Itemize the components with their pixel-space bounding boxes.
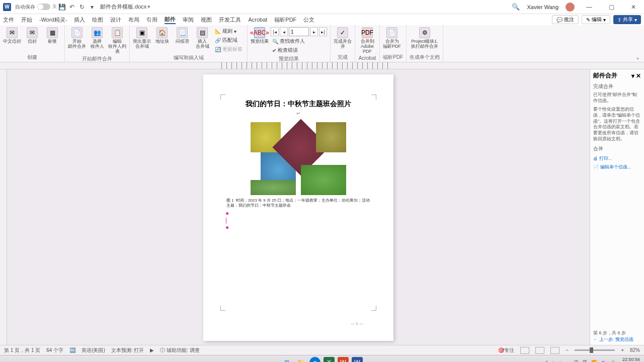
- prev-record-button[interactable]: ◂: [280, 27, 288, 36]
- editing-button[interactable]: ✎编辑▾: [582, 15, 610, 24]
- horizontal-ruler[interactable]: [0, 62, 644, 69]
- tab-official[interactable]: 公文: [303, 16, 314, 24]
- first-record-button[interactable]: |◂: [271, 27, 279, 36]
- envelope-button[interactable]: ✉信封: [23, 27, 41, 44]
- tray-app2-icon[interactable]: ●: [559, 360, 561, 363]
- next-record-button[interactable]: ▸: [310, 27, 318, 36]
- start-button[interactable]: ⊞: [281, 357, 292, 363]
- wps-icon[interactable]: W: [338, 357, 349, 363]
- tab-file[interactable]: 文件: [3, 16, 14, 24]
- rules-button[interactable]: 📐规则▾: [213, 27, 244, 35]
- word-taskbar-icon[interactable]: W: [352, 357, 363, 363]
- document-heading[interactable]: 我们的节日：中秋节主题班会照片: [225, 100, 371, 109]
- clock[interactable]: 22:50:562023/9/27: [620, 357, 640, 362]
- address-block-button[interactable]: 🏠地址块: [153, 27, 171, 44]
- minimize-button[interactable]: —: [582, 4, 597, 11]
- user-name[interactable]: Xavier Wang: [527, 4, 558, 10]
- print-link[interactable]: 🖨打印...: [593, 155, 641, 162]
- chinese-envelope-button[interactable]: ✉中文信封: [3, 27, 21, 44]
- ime-mode[interactable]: 中: [574, 359, 579, 362]
- tab-references[interactable]: 引用: [146, 16, 157, 24]
- search-icon[interactable]: 🔍: [512, 3, 520, 11]
- zoom-out-button[interactable]: −: [566, 347, 569, 353]
- highlight-fields-button[interactable]: ▣突出显示 合并域: [133, 27, 151, 49]
- find-recipient-button[interactable]: 🔍查找收件人: [271, 37, 327, 45]
- battery-icon[interactable]: 🔋: [610, 360, 616, 363]
- finish-merge-button[interactable]: ✓完成并合并: [334, 27, 352, 49]
- save-icon[interactable]: 💾: [57, 4, 67, 11]
- image-caption[interactable]: 图 1 时间：2023 年 9 月 25 日；地点：一年级教室；主办单位：伯伦希…: [225, 198, 371, 209]
- merge-to-foxit-button[interactable]: 📄合并为 福昕PDF: [383, 27, 401, 49]
- tab-developer[interactable]: 开发工具: [219, 16, 241, 24]
- inserted-image[interactable]: [251, 122, 346, 195]
- ime-type[interactable]: 拼: [583, 359, 587, 362]
- previous-step-link[interactable]: ← 上一步: 预览信函: [593, 336, 641, 343]
- tab-home[interactable]: 开始: [21, 16, 32, 24]
- tab-mailings[interactable]: 邮件: [165, 16, 176, 24]
- tab-acrobat[interactable]: Acrobat: [248, 17, 267, 23]
- web-layout-button[interactable]: [550, 347, 559, 354]
- labels-button[interactable]: ▦标签: [43, 27, 61, 44]
- edit-recipients-button[interactable]: 📋编辑 收件人列表: [108, 27, 126, 54]
- zoom-slider[interactable]: [575, 349, 615, 351]
- app-icon: W: [3, 3, 11, 11]
- undo-icon[interactable]: ↶: [67, 4, 77, 11]
- merge-to-pdf-button[interactable]: PDF合并到 Adobe PDF: [358, 27, 376, 54]
- select-recipients-button[interactable]: 👥选择 收件人: [88, 27, 106, 49]
- qat-more-icon[interactable]: ▾: [87, 4, 97, 11]
- macro-indicator-icon[interactable]: ▶: [150, 347, 154, 353]
- edge-icon[interactable]: e: [309, 357, 320, 363]
- share-button[interactable]: ⇪共享▾: [613, 15, 641, 24]
- text-predict-indicator[interactable]: 文本预测: 打开: [111, 347, 144, 354]
- sidepane-options-icon[interactable]: ▾: [631, 72, 634, 79]
- onedrive-icon[interactable]: ☁: [566, 360, 570, 363]
- close-button[interactable]: ✕: [626, 4, 641, 11]
- ribbon-collapse-button[interactable]: ⌄: [631, 53, 644, 62]
- focus-mode[interactable]: 🎯专注: [498, 347, 514, 354]
- excel-icon[interactable]: X: [324, 357, 335, 363]
- group-write-insert: ▣突出显示 合并域 🏠地址块 📃问候语 ▤插入 合并域 📐规则▾ 🔗匹配域 🔄更…: [130, 25, 248, 62]
- insert-field-button[interactable]: ▤插入 合并域: [193, 27, 211, 49]
- explorer-icon[interactable]: 📁: [295, 357, 306, 363]
- zoom-level[interactable]: 82%: [630, 347, 640, 353]
- project-macro-button[interactable]: ⚙Project模块1.执行邮件合并: [410, 27, 440, 49]
- wifi-icon[interactable]: 📶: [591, 360, 597, 363]
- tab-wordghost[interactable]: -Word精灵-: [39, 16, 67, 24]
- greeting-button[interactable]: 📃问候语: [173, 27, 191, 44]
- spellcheck-icon[interactable]: 🔤: [69, 347, 75, 353]
- match-fields-button[interactable]: 🔗匹配域: [213, 36, 244, 44]
- comments-button[interactable]: 💬批注: [552, 15, 579, 24]
- tab-foxit[interactable]: 福昕PDF: [274, 16, 296, 24]
- tab-review[interactable]: 审阅: [183, 16, 194, 24]
- read-mode-button[interactable]: [520, 347, 529, 354]
- tray-up-icon[interactable]: ^: [546, 360, 548, 363]
- volume-icon[interactable]: 🔊: [601, 360, 606, 363]
- language-indicator[interactable]: 英语(美国): [82, 347, 105, 354]
- accessibility-indicator[interactable]: ⓘ 辅助功能: 调查: [160, 347, 199, 354]
- tab-insert[interactable]: 插入: [74, 16, 85, 24]
- page-indicator[interactable]: 第 1 页，共 1 页: [4, 347, 40, 354]
- user-avatar[interactable]: [566, 3, 575, 12]
- sidepane-close-icon[interactable]: ✕: [636, 72, 641, 79]
- word-count[interactable]: 64 个字: [46, 347, 63, 354]
- foxit-icon: 📄: [386, 27, 397, 38]
- redo-icon[interactable]: ↻: [77, 4, 87, 11]
- last-record-button[interactable]: ▸|: [319, 27, 327, 36]
- tab-draw[interactable]: 绘图: [92, 16, 103, 24]
- edit-letters-link[interactable]: 📄编辑单个信函...: [593, 164, 641, 170]
- doc-dropdown-icon[interactable]: ▾: [147, 4, 150, 10]
- start-merge-button[interactable]: 📄开始 邮件合并: [68, 27, 86, 49]
- print-layout-button[interactable]: [535, 347, 544, 354]
- maximize-button[interactable]: ▢: [604, 4, 619, 11]
- document-canvas[interactable]: 我们的节日：中秋节主题班会照片 ↵ 图 1 时间：2023 年 9 月 25 日…: [7, 69, 590, 345]
- check-errors-button[interactable]: ✔检查错误: [271, 46, 327, 54]
- record-number-input[interactable]: [289, 27, 309, 36]
- preview-results-button[interactable]: «ABC»预览结果: [251, 27, 269, 44]
- tab-design[interactable]: 设计: [110, 16, 121, 24]
- tab-view[interactable]: 视图: [201, 16, 212, 24]
- tab-layout[interactable]: 布局: [128, 16, 139, 24]
- zoom-in-button[interactable]: +: [621, 347, 624, 353]
- tray-app-icon[interactable]: ●: [552, 360, 554, 363]
- vertical-ruler[interactable]: [0, 69, 7, 345]
- autosave-toggle[interactable]: [37, 4, 50, 10]
